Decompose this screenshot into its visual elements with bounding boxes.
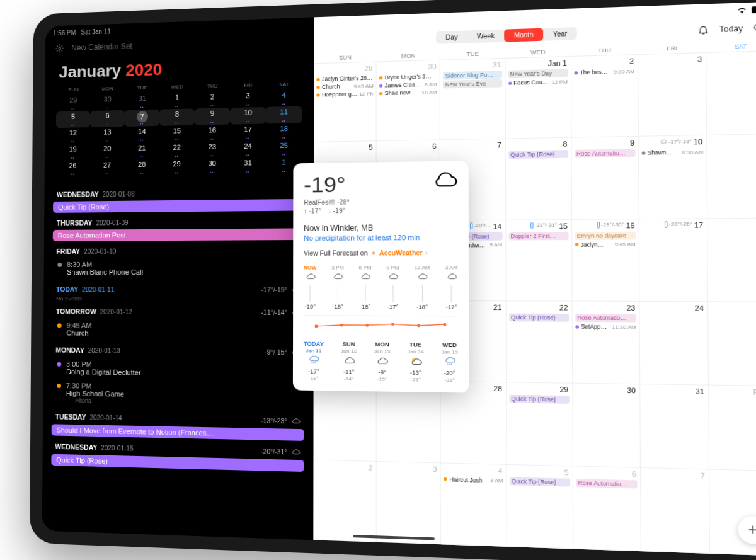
gear-icon[interactable] bbox=[55, 44, 64, 53]
mini-day[interactable]: 20•• bbox=[90, 143, 125, 160]
seg-day[interactable]: Day bbox=[436, 30, 467, 43]
event-row[interactable]: Hoeppner g…12 PM bbox=[317, 89, 374, 99]
event-block[interactable]: Rose Automatio… bbox=[575, 149, 635, 158]
mini-day[interactable]: 13•• bbox=[90, 127, 125, 144]
month-cell[interactable]: 2The bes…9:30 AM bbox=[571, 55, 639, 138]
mini-calendar[interactable]: SUNMONTUEWEDTHUFRISAT 29••30••31••1••2••… bbox=[45, 78, 314, 183]
mini-day[interactable]: 11•• bbox=[266, 106, 302, 124]
month-cell[interactable]: 30 bbox=[573, 384, 641, 467]
mini-day[interactable]: 9•• bbox=[195, 108, 230, 125]
mini-day[interactable]: 10•• bbox=[230, 107, 266, 125]
bell-icon[interactable] bbox=[697, 24, 709, 35]
agenda-event[interactable]: 8:30 AMShawn Blanc Phone Call bbox=[52, 258, 304, 278]
month-cell[interactable]: 16-19°/-30°Emryn no daycareJaclyn…9:45 A… bbox=[572, 219, 640, 302]
month-cell[interactable]: 25 bbox=[708, 302, 756, 386]
mini-day[interactable]: 16•• bbox=[195, 125, 230, 142]
month-cell[interactable]: 30Bryce Unger's 3…James Clea…8 AMShae ne… bbox=[377, 60, 440, 142]
mini-day[interactable]: 14•• bbox=[125, 126, 159, 143]
month-cell[interactable]: 28 bbox=[441, 382, 507, 464]
mini-day[interactable]: 30•• bbox=[90, 94, 125, 111]
event-block[interactable]: Rose Automatio… bbox=[576, 479, 637, 489]
month-cell[interactable]: 29Jaclyn Ginter's 28…Church9:45 AMHoeppn… bbox=[314, 62, 377, 143]
month-cell[interactable]: 4Haircut Josh8 AM bbox=[441, 463, 507, 547]
month-cell[interactable]: Feb 1 bbox=[709, 386, 756, 471]
agenda-event[interactable]: 3:00 PMDoing a Digital Declutter bbox=[52, 358, 304, 382]
event-block[interactable]: Quick Tip (Rose) bbox=[509, 313, 569, 321]
agenda-event-pill[interactable]: Quick Tip (Rose) bbox=[53, 199, 304, 213]
event-block[interactable]: Sidecar Blog Po… bbox=[443, 71, 501, 80]
mini-day[interactable]: 18•• bbox=[266, 123, 302, 140]
event-block[interactable]: New Year's Eve bbox=[443, 79, 501, 89]
mini-day[interactable]: 7•• bbox=[125, 110, 159, 127]
month-cell[interactable]: 11 bbox=[707, 134, 756, 219]
today-button[interactable]: Today bbox=[719, 23, 743, 33]
mini-day[interactable]: 29•• bbox=[159, 159, 195, 176]
event-row[interactable]: Shae new…10 AM bbox=[379, 88, 437, 98]
mini-day[interactable]: 19•• bbox=[56, 144, 90, 161]
event-row[interactable]: The bes…9:30 AM bbox=[574, 67, 634, 76]
mini-day[interactable]: 17•• bbox=[230, 123, 266, 141]
mini-day[interactable]: 26•• bbox=[55, 160, 89, 177]
event-row[interactable]: Focus Cou…12 PM bbox=[508, 77, 568, 87]
month-cell[interactable]: 2 bbox=[314, 460, 377, 542]
mini-day[interactable]: 23•• bbox=[195, 141, 230, 158]
event-row[interactable]: SetApp…11:30 AM bbox=[575, 323, 636, 331]
month-cell[interactable]: 23Rose Automatio…SetApp…11:30 AM bbox=[572, 302, 640, 385]
mini-day[interactable]: 6•• bbox=[90, 110, 125, 127]
mini-day[interactable]: 24•• bbox=[230, 140, 266, 158]
month-cell[interactable]: 10-17°/-19°Shawn…8:30 AM bbox=[639, 135, 707, 219]
event-block[interactable]: Doppler 2 First… bbox=[508, 232, 568, 240]
month-cell[interactable]: 26 bbox=[314, 380, 377, 462]
month-cell[interactable]: 4 bbox=[706, 51, 756, 135]
mini-day[interactable]: 5•• bbox=[56, 111, 90, 128]
agenda-event[interactable]: 7:30 PMHigh School GameAltona bbox=[52, 379, 304, 410]
event-row[interactable]: Jaclyn…9:45 AM bbox=[575, 240, 636, 248]
month-cell[interactable]: 7 bbox=[641, 468, 710, 554]
event-block[interactable]: Quick Tip (Rose) bbox=[509, 395, 569, 404]
month-cell[interactable]: 9Rose Automatio… bbox=[571, 137, 639, 219]
new-calendar-set-button[interactable]: New Calendar Set bbox=[71, 42, 132, 52]
agenda-event-pill[interactable]: Rose Automation Post bbox=[53, 228, 305, 241]
month-cell[interactable]: 6Rose Automatio… bbox=[573, 466, 641, 551]
month-cell[interactable]: 24 bbox=[639, 302, 709, 386]
month-cell[interactable]: 17-20°/-26° bbox=[639, 219, 708, 302]
search-icon[interactable] bbox=[753, 22, 756, 33]
accuweather-link[interactable]: View Full Forecast on ☀ AccuWeather › bbox=[304, 249, 457, 257]
mini-day[interactable]: 4•• bbox=[266, 89, 302, 107]
event-row[interactable]: Haircut Josh8 AM bbox=[444, 475, 503, 484]
mini-day[interactable]: 1•• bbox=[159, 92, 195, 110]
event-block[interactable]: Quick Tip (Rose) bbox=[508, 150, 568, 159]
event-block[interactable]: Emryn no daycare bbox=[575, 231, 636, 239]
month-cell[interactable]: 27 bbox=[377, 381, 441, 463]
mini-day[interactable]: 29•• bbox=[56, 94, 90, 111]
event-block[interactable]: Rose Automatio… bbox=[575, 314, 636, 322]
mini-day[interactable]: 25•• bbox=[266, 140, 302, 157]
month-cell[interactable]: 31Sidecar Blog Po…New Year's Eve bbox=[440, 59, 505, 140]
seg-year[interactable]: Year bbox=[543, 27, 577, 41]
mini-day[interactable]: 12•• bbox=[56, 127, 90, 144]
mini-day[interactable]: 22•• bbox=[159, 142, 195, 159]
event-block[interactable]: Quick Tip (Rose) bbox=[509, 477, 570, 486]
month-cell[interactable]: 15-23°/-31°Doppler 2 First… bbox=[506, 220, 573, 302]
month-cell[interactable]: Jan 1New Year's DayFocus Cou…12 PM bbox=[505, 57, 571, 139]
mini-day[interactable]: 31•• bbox=[230, 157, 266, 174]
mini-day[interactable]: 2•• bbox=[195, 91, 230, 109]
seg-month[interactable]: Month bbox=[504, 28, 543, 42]
month-cell[interactable]: 8Quick Tip (Rose) bbox=[505, 138, 571, 220]
month-cell[interactable]: 22Quick Tip (Rose) bbox=[506, 301, 573, 384]
month-cell[interactable]: 3 bbox=[638, 53, 707, 137]
seg-week[interactable]: Week bbox=[467, 30, 505, 43]
mini-day[interactable]: 30•• bbox=[195, 158, 230, 175]
mini-day[interactable]: 15•• bbox=[159, 125, 195, 142]
month-cell[interactable]: 5Quick Tip (Rose) bbox=[507, 465, 573, 549]
event-block[interactable]: New Year's Day bbox=[508, 69, 568, 78]
event-row[interactable]: Shawn…8:30 AM bbox=[641, 148, 703, 157]
mini-day[interactable]: 31•• bbox=[125, 93, 159, 110]
mini-day[interactable]: 8•• bbox=[159, 108, 195, 125]
agenda-event[interactable]: 9:45 AMChurch bbox=[52, 319, 304, 341]
month-cell[interactable]: 3 bbox=[377, 462, 441, 545]
mini-day[interactable]: 27•• bbox=[90, 159, 125, 176]
month-cell[interactable]: 18 bbox=[707, 218, 756, 302]
month-cell[interactable]: 31 bbox=[640, 385, 709, 470]
mini-day[interactable]: 28•• bbox=[124, 159, 159, 176]
